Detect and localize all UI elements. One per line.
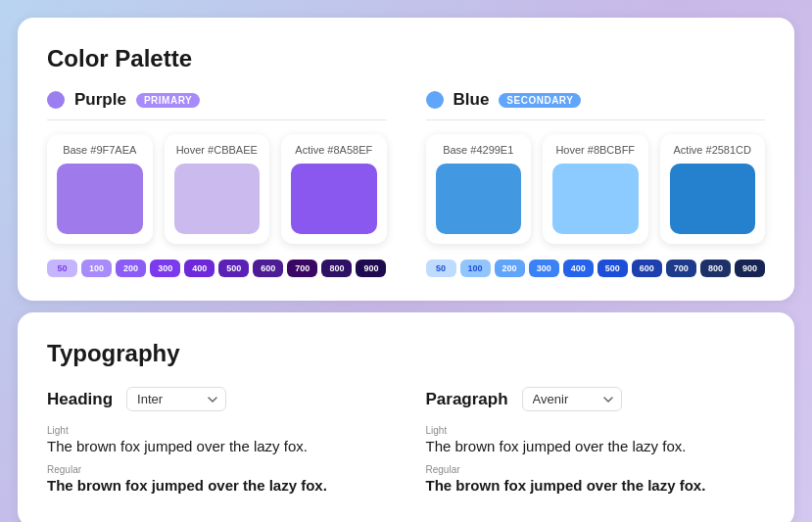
swatch-card: Base #9F7AEA (47, 134, 153, 244)
shade-100: 100 (81, 260, 112, 277)
paragraph-light-sample: Light The brown fox jumped over the lazy… (426, 425, 766, 454)
heading-font-select[interactable]: Inter Roboto Open Sans (126, 387, 226, 411)
shade-50: 50 (47, 260, 77, 277)
heading-regular-sample: Regular The brown fox jumped over the la… (47, 464, 387, 494)
paragraph-regular-sample: Regular The brown fox jumped over the la… (426, 464, 766, 494)
shade-600: 600 (253, 260, 283, 277)
swatch-box-blue-base (436, 164, 522, 234)
blue-shade-row: 50 100 200 300 400 500 600 700 800 900 (426, 260, 766, 277)
blue-swatches: Base #4299E1 Hover #8BCBFF Active #2581C… (426, 134, 766, 244)
weight-label: Regular (426, 464, 766, 475)
purple-header: Purple PRIMARY (47, 90, 387, 120)
main-container: Color Palette Purple PRIMARY Base #9F7AE… (0, 18, 812, 522)
swatch-box-purple-base (57, 164, 143, 234)
typography-title: Typography (47, 340, 765, 367)
shade-400: 400 (563, 260, 594, 277)
shade-400: 400 (184, 260, 215, 277)
sample-text-light: The brown fox jumped over the lazy fox. (47, 438, 387, 454)
paragraph-font-select[interactable]: Avenir Roboto Open Sans (522, 387, 622, 411)
swatch-label: Base #4299E1 (436, 144, 522, 156)
shade-900: 900 (735, 260, 765, 277)
swatch-label: Active #2581CD (670, 144, 756, 156)
shade-700: 700 (287, 260, 317, 277)
shade-200: 200 (495, 260, 525, 277)
swatch-label: Base #9F7AEA (57, 144, 143, 156)
shade-300: 300 (529, 260, 559, 277)
swatch-card: Active #8A58EF (281, 134, 387, 244)
swatch-box-purple-active (291, 164, 377, 234)
heading-header: Heading Inter Roboto Open Sans (47, 387, 387, 411)
shade-200: 200 (116, 260, 146, 277)
sample-text-light: The brown fox jumped over the lazy fox. (426, 438, 766, 454)
swatch-card: Base #4299E1 (426, 134, 532, 244)
color-palette-section: Color Palette Purple PRIMARY Base #9F7AE… (18, 18, 794, 301)
swatch-box-blue-hover (552, 164, 639, 234)
typography-section: Typography Heading Inter Roboto Open San… (18, 312, 794, 522)
shade-800: 800 (700, 260, 731, 277)
heading-label: Heading (47, 390, 113, 409)
blue-dot (426, 91, 444, 109)
paragraph-header: Paragraph Avenir Roboto Open Sans (426, 387, 766, 411)
swatch-label: Active #8A58EF (291, 144, 377, 156)
swatch-box-blue-active (670, 164, 756, 234)
weight-label: Light (426, 425, 766, 436)
purple-dot (47, 91, 65, 109)
typography-columns: Heading Inter Roboto Open Sans Light The… (47, 387, 765, 503)
shade-300: 300 (150, 260, 180, 277)
swatch-card: Hover #8BCBFF (543, 134, 648, 244)
purple-shade-row: 50 100 200 300 400 500 600 700 800 900 (47, 260, 387, 277)
blue-badge: SECONDARY (499, 93, 581, 108)
weight-label: Light (47, 425, 387, 436)
palette-columns: Purple PRIMARY Base #9F7AEA Hover #CBBAE… (47, 90, 765, 277)
heading-light-sample: Light The brown fox jumped over the lazy… (47, 425, 387, 454)
swatch-label: Hover #CBBAEE (174, 144, 261, 156)
purple-swatches: Base #9F7AEA Hover #CBBAEE Active #8A58E… (47, 134, 387, 244)
paragraph-column: Paragraph Avenir Roboto Open Sans Light … (426, 387, 766, 503)
shade-50: 50 (426, 260, 456, 277)
shade-100: 100 (460, 260, 491, 277)
shade-500: 500 (597, 260, 628, 277)
purple-name: Purple (74, 90, 126, 110)
blue-name: Blue (454, 90, 490, 110)
shade-700: 700 (666, 260, 696, 277)
swatch-card: Active #2581CD (660, 134, 766, 244)
purple-column: Purple PRIMARY Base #9F7AEA Hover #CBBAE… (47, 90, 387, 277)
color-palette-title: Color Palette (47, 45, 765, 72)
swatch-card: Hover #CBBAEE (165, 134, 270, 244)
heading-column: Heading Inter Roboto Open Sans Light The… (47, 387, 387, 503)
swatch-label: Hover #8BCBFF (552, 144, 639, 156)
blue-header: Blue SECONDARY (426, 90, 766, 120)
purple-badge: PRIMARY (136, 93, 200, 108)
shade-500: 500 (218, 260, 249, 277)
shade-800: 800 (321, 260, 352, 277)
sample-text-regular: The brown fox jumped over the lazy fox. (426, 477, 766, 494)
shade-900: 900 (356, 260, 386, 277)
swatch-box-purple-hover (174, 164, 261, 234)
shade-600: 600 (632, 260, 662, 277)
sample-text-regular: The brown fox jumped over the lazy fox. (47, 477, 387, 494)
blue-column: Blue SECONDARY Base #4299E1 Hover #8BCBF… (426, 90, 766, 277)
weight-label: Regular (47, 464, 387, 475)
paragraph-label: Paragraph (426, 390, 508, 409)
